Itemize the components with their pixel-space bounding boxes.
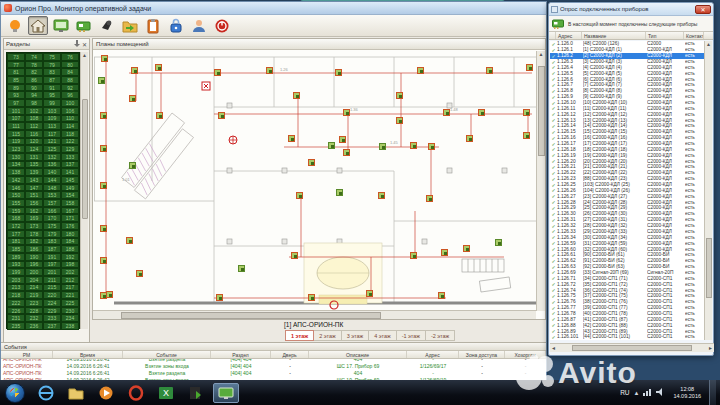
close-button[interactable]: ✕ bbox=[695, 5, 711, 14]
monitor-icon[interactable] bbox=[51, 16, 71, 35]
section-cell[interactable]: 90 bbox=[25, 84, 43, 92]
section-cell[interactable]: 178 bbox=[25, 230, 43, 238]
section-cell[interactable]: 234 bbox=[61, 314, 79, 322]
section-cell[interactable]: 117 bbox=[43, 130, 61, 138]
detector-icon[interactable] bbox=[443, 109, 450, 116]
section-cell[interactable]: 80 bbox=[61, 61, 79, 69]
scroll-up-icon[interactable]: ▲ bbox=[706, 41, 711, 48]
section-cell[interactable]: 142 bbox=[7, 176, 25, 184]
section-cell[interactable]: 232 bbox=[25, 314, 43, 322]
floor-tab[interactable]: 2 этаж bbox=[314, 330, 341, 341]
detector-icon[interactable] bbox=[308, 159, 315, 166]
device-row[interactable]: ✓1.126.63[92] С2000-БИ (63)С2000-БИесть bbox=[550, 264, 706, 270]
device-row[interactable]: ✓1.126.19[19] С2000-КДЛ (19)С2000-КДЛест… bbox=[550, 152, 706, 158]
event-row[interactable]: АПС-ОРИОН-ПК14.09.2016 6:26:41Взятие раз… bbox=[1, 369, 546, 376]
section-cell[interactable]: 89 bbox=[7, 84, 25, 92]
column-header[interactable]: Событие bbox=[123, 351, 211, 358]
section-cell[interactable]: 78 bbox=[25, 61, 43, 69]
section-cell[interactable]: 106 bbox=[61, 107, 79, 115]
detector-icon[interactable] bbox=[288, 135, 295, 142]
section-cell[interactable]: 143 bbox=[25, 176, 43, 184]
floor-plan[interactable]: 1.261.361.481.451.01 bbox=[94, 51, 537, 311]
section-cell[interactable]: 107 bbox=[7, 115, 25, 123]
scroll-left-icon[interactable]: ◄ bbox=[551, 345, 556, 352]
section-cell[interactable]: 109 bbox=[43, 115, 61, 123]
device-row[interactable]: ✓1.126.5[5] С2000-КДЛ (5)С2000-КДЛесть bbox=[550, 70, 706, 76]
column-header[interactable]: Время bbox=[53, 351, 123, 358]
detector-icon[interactable] bbox=[463, 245, 470, 252]
device-row[interactable]: ✓1.126.14[14] С2000-КДЛ (14)С2000-КДЛест… bbox=[550, 123, 706, 129]
column-header[interactable]: Хозорган bbox=[505, 351, 546, 358]
events-rows[interactable]: АПС-ОРИОН-ПК14.09.2016 6:26:41Взятие раз… bbox=[1, 359, 546, 382]
detector-icon[interactable] bbox=[343, 149, 350, 156]
close-panel-icon[interactable]: ✕ bbox=[82, 41, 87, 48]
column-header[interactable]: РМ bbox=[1, 351, 53, 358]
section-cell[interactable]: 180 bbox=[61, 230, 79, 238]
section-cell[interactable]: 130 bbox=[7, 153, 25, 161]
device-row[interactable]: ✓1.126.76[38] С2000-СП1 (76)С2000-СП1ест… bbox=[550, 299, 706, 305]
detector-icon[interactable] bbox=[100, 145, 107, 152]
section-cell[interactable]: 175 bbox=[43, 222, 61, 230]
device-vertical-scrollbar[interactable]: ▲ bbox=[704, 41, 712, 340]
section-cell[interactable]: 135 bbox=[25, 161, 43, 169]
detector-icon[interactable] bbox=[129, 162, 136, 169]
section-cell[interactable]: 98 bbox=[25, 99, 43, 107]
section-cell[interactable]: 92 bbox=[61, 84, 79, 92]
volume-tray-icon[interactable] bbox=[656, 388, 665, 397]
section-cell[interactable]: 191 bbox=[43, 253, 61, 261]
detector-icon[interactable] bbox=[131, 67, 138, 74]
section-cell[interactable]: 141 bbox=[61, 168, 79, 176]
scrollbar-thumb[interactable] bbox=[572, 345, 692, 351]
scroll-right-icon[interactable]: ► bbox=[708, 345, 713, 352]
section-cell[interactable]: 162 bbox=[25, 207, 43, 215]
section-cell[interactable]: 217 bbox=[61, 284, 79, 292]
section-cell[interactable]: 199 bbox=[7, 268, 25, 276]
column-header[interactable]: Зона доступа bbox=[459, 351, 505, 358]
section-cell[interactable]: 138 bbox=[7, 168, 25, 176]
device-row[interactable]: ✓1.126.16[16] С2000-КДЛ (16)С2000-КДЛест… bbox=[550, 135, 706, 141]
section-cell[interactable]: 77 bbox=[7, 61, 25, 69]
detector-icon[interactable] bbox=[129, 95, 136, 102]
device-row[interactable]: ✓1.126.25[103] С2000-КДЛ (25)С2000-КДЛес… bbox=[550, 182, 706, 188]
section-cell[interactable]: 169 bbox=[25, 214, 43, 222]
device-row[interactable]: ✓1.126.28[24] С2000-КДЛ (28)С2000-КДЛест… bbox=[550, 199, 706, 205]
section-cell[interactable]: 238 bbox=[61, 322, 79, 330]
detector-icon[interactable] bbox=[428, 143, 435, 150]
section-cell[interactable]: 134 bbox=[7, 161, 25, 169]
alarm-square-marker[interactable] bbox=[201, 77, 211, 95]
section-cell[interactable]: 82 bbox=[25, 68, 43, 76]
section-cell[interactable]: 112 bbox=[25, 122, 43, 130]
device-row[interactable]: ✓1.126.89[43] С2000-СП1 (89)С2000-СП1ест… bbox=[550, 328, 706, 334]
section-cell[interactable]: 132 bbox=[43, 153, 61, 161]
device-row[interactable]: ✓1.126.4[4] С2000-КДЛ (4)С2000-КДЛесть bbox=[550, 64, 706, 70]
device-list[interactable]: ✓1.126.0[48] С2000 (126)С2000есть✓1.126.… bbox=[550, 41, 706, 340]
device-row[interactable]: ✓1.126.1[1] С2000-КДЛ (1)С2000-КДЛесть bbox=[550, 47, 706, 53]
detector-icon[interactable] bbox=[293, 92, 300, 99]
device-row[interactable]: ✓1.126.18[18] С2000-КДЛ (18)С2000-КДЛест… bbox=[550, 146, 706, 152]
device-row[interactable]: ✓1.126.17[17] С2000-КДЛ (17)С2000-КДЛест… bbox=[550, 141, 706, 147]
column-header[interactable]: Контакт bbox=[684, 32, 704, 39]
network-card-icon[interactable] bbox=[74, 16, 94, 35]
section-cell[interactable]: 136 bbox=[43, 161, 61, 169]
plan-horizontal-scrollbar[interactable] bbox=[93, 310, 536, 319]
user-icon[interactable] bbox=[189, 16, 209, 35]
detector-icon[interactable] bbox=[379, 143, 386, 150]
detector-icon[interactable] bbox=[328, 142, 335, 149]
detector-icon[interactable] bbox=[438, 292, 445, 299]
device-row[interactable]: ✓1.126.2[2] С2000-КДЛ (2)С2000-КДЛесть bbox=[550, 53, 706, 59]
events-column-headers[interactable]: РМВремяСобытиеРазделДверьОписаниеАдресЗо… bbox=[1, 351, 546, 359]
cross-circle-marker[interactable] bbox=[228, 131, 238, 149]
device-row[interactable]: ✓1.126.7[7] С2000-КДЛ (7)С2000-КДЛесть bbox=[550, 82, 706, 88]
device-row[interactable]: ✓1.126.87[41] С2000-СП1 (87)С2000-СП1ест… bbox=[550, 316, 706, 322]
device-row[interactable]: ✓1.126.60[32] С2000-КДЛ (60)С2000-КДЛест… bbox=[550, 246, 706, 252]
lock-icon[interactable] bbox=[166, 16, 186, 35]
event-row[interactable]: АПС-ОРИОН-ПК14.09.2016 6:26:41Взятие зон… bbox=[1, 362, 546, 369]
section-cell[interactable]: 97 bbox=[7, 99, 25, 107]
section-cell[interactable]: 76 bbox=[61, 53, 79, 61]
section-cell[interactable]: 220 bbox=[43, 291, 61, 299]
section-cell[interactable]: 149 bbox=[61, 184, 79, 192]
section-cell[interactable]: 200 bbox=[25, 268, 43, 276]
section-cell[interactable]: 123 bbox=[7, 145, 25, 153]
device-row[interactable]: ✓1.126.88[42] С2000-СП1 (88)С2000-СП1ест… bbox=[550, 322, 706, 328]
section-cell[interactable]: 133 bbox=[61, 153, 79, 161]
